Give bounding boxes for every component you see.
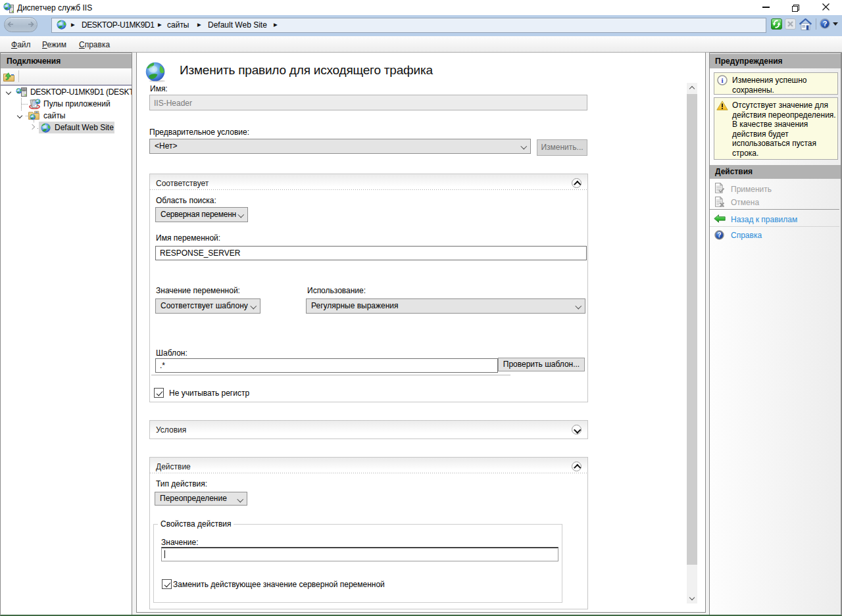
- svg-text:i: i: [721, 76, 723, 84]
- svg-text:?: ?: [717, 231, 721, 239]
- svg-text:?: ?: [823, 20, 828, 28]
